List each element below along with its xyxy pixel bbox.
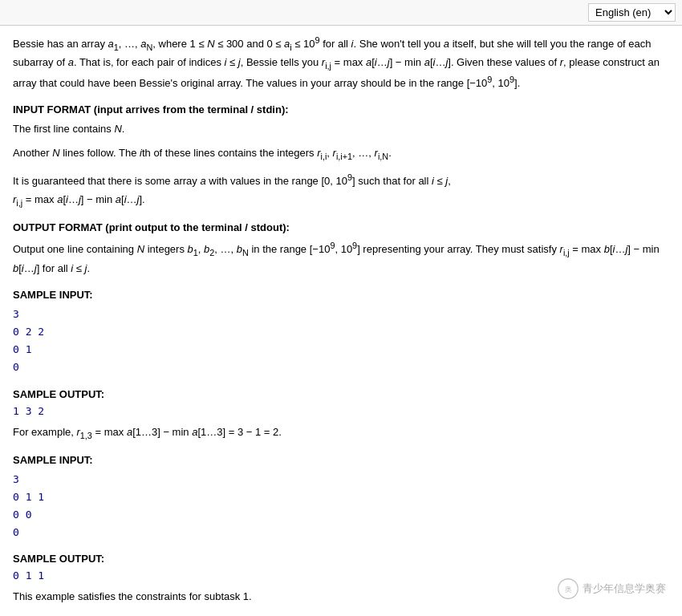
sample-input2-heading: SAMPLE INPUT: [13, 454, 669, 466]
sample-output2-heading: SAMPLE OUTPUT: [13, 553, 669, 565]
top-bar: English (en) Chinese (zh) Japanese (ja) [0, 0, 682, 26]
sample-input2-code: 3 0 1 1 0 0 0 [13, 471, 669, 541]
sample-output1-value: 1 3 2 [13, 405, 669, 417]
watermark: 奥 青少年信息学奥赛 [557, 578, 666, 600]
input-para1: The first line contains N. [13, 120, 669, 138]
sample-input1-code: 3 0 2 2 0 1 0 [13, 306, 669, 376]
output-para: Output one line containing N integers b1… [13, 238, 669, 278]
problem-intro: Bessie has an array a1, …, aN, where 1 ≤… [13, 34, 669, 92]
problem-content: Bessie has an array a1, …, aN, where 1 ≤… [0, 26, 682, 616]
svg-text:奥: 奥 [565, 586, 572, 594]
language-select[interactable]: English (en) Chinese (zh) Japanese (ja) [588, 3, 676, 22]
sample-output1-heading: SAMPLE OUTPUT: [13, 388, 669, 400]
sample-output1-explanation: For example, r1,3 = max a[1…3] − min a[1… [13, 424, 669, 443]
input-para3: It is guaranteed that there is some arra… [13, 170, 669, 209]
output-format-heading: OUTPUT FORMAT (print output to the termi… [13, 221, 669, 233]
input-format-heading: INPUT FORMAT (input arrives from the ter… [13, 103, 669, 116]
watermark-icon: 奥 [557, 578, 579, 600]
watermark-text: 青少年信息学奥赛 [583, 582, 666, 596]
sample-input1-heading: SAMPLE INPUT: [13, 289, 669, 301]
input-para2: Another N lines follow. The ith of these… [13, 144, 669, 164]
